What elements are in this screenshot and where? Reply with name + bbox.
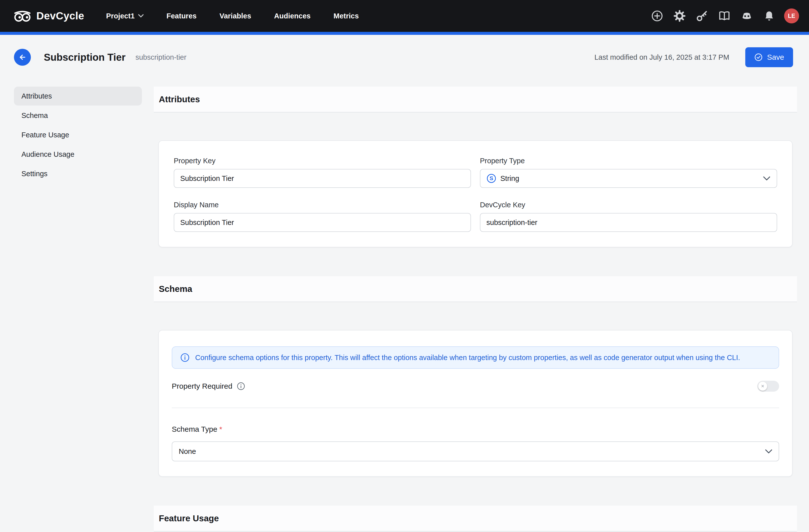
- schema-section-header: Schema: [154, 276, 797, 302]
- gear-icon[interactable]: [672, 8, 687, 23]
- key-icon[interactable]: [694, 8, 709, 23]
- property-required-label: Property Required: [172, 382, 245, 390]
- display-name-label: Display Name: [174, 201, 471, 209]
- property-type-label: Property Type: [480, 157, 777, 165]
- accent-bar: [0, 32, 809, 35]
- property-key-field-group: Property Key: [174, 157, 471, 188]
- sidebar-item-attributes[interactable]: Attributes: [14, 87, 142, 106]
- property-required-text: Property Required: [172, 382, 232, 390]
- schema-type-select[interactable]: None: [172, 441, 779, 461]
- schema-card: Configure schema options for this proper…: [158, 330, 793, 477]
- bell-icon[interactable]: [762, 8, 777, 23]
- property-required-row: Property Required ×: [172, 381, 779, 392]
- display-name-input[interactable]: [174, 213, 471, 232]
- schema-type-label: Schema Type*: [172, 425, 779, 433]
- page-key: subscription-tier: [135, 53, 186, 61]
- nav-item-features[interactable]: Features: [167, 12, 197, 20]
- info-icon: [180, 353, 190, 362]
- content: Attributes Schema Feature Usage Audience…: [0, 79, 809, 532]
- schema-type-text: Schema Type: [172, 425, 217, 433]
- nav-item-variables[interactable]: Variables: [220, 12, 251, 20]
- nav-item-project-label: Project1: [106, 12, 134, 20]
- sidebar-item-schema[interactable]: Schema: [14, 106, 142, 125]
- property-type-select[interactable]: S String: [480, 169, 777, 188]
- devcycle-key-field-group: DevCycle Key: [480, 201, 777, 232]
- book-icon[interactable]: [717, 8, 732, 23]
- property-type-field-group: Property Type S String: [480, 157, 777, 188]
- attributes-heading: Attributes: [159, 94, 200, 104]
- navbar-actions: LE: [650, 8, 799, 23]
- nav-item-audiences[interactable]: Audiences: [274, 12, 311, 20]
- schema-heading: Schema: [159, 284, 192, 294]
- brand[interactable]: DevCycle: [13, 10, 84, 22]
- attributes-section-header: Attributes: [154, 87, 797, 112]
- schema-info-text: Configure schema options for this proper…: [195, 354, 740, 362]
- main-column: Attributes Property Key Property Type S …: [154, 87, 797, 532]
- chevron-down-icon: [138, 14, 144, 18]
- toggle-off-x: ×: [761, 384, 764, 389]
- brand-name: DevCycle: [36, 10, 84, 22]
- user-avatar[interactable]: LE: [784, 8, 799, 23]
- attributes-form: Property Key Property Type S String Disp…: [174, 157, 777, 232]
- property-type-value: String: [500, 174, 519, 183]
- property-required-toggle[interactable]: ×: [757, 381, 779, 392]
- back-button[interactable]: [14, 49, 31, 66]
- top-navbar: DevCycle Project1 Features Variables Aud…: [0, 0, 809, 32]
- schema-type-value: None: [179, 447, 196, 456]
- chevron-down-icon: [765, 449, 772, 454]
- primary-nav: Project1 Features Variables Audiences Me…: [106, 12, 359, 20]
- last-modified-text: Last modified on July 16, 2025 at 3:17 P…: [595, 53, 729, 61]
- chevron-down-icon: [763, 176, 770, 180]
- page-title: Subscription Tier: [44, 52, 125, 63]
- sidebar-item-settings[interactable]: Settings: [14, 164, 142, 183]
- sidebar-item-audience-usage[interactable]: Audience Usage: [14, 145, 142, 164]
- arrow-left-icon: [18, 53, 27, 62]
- schema-info-alert: Configure schema options for this proper…: [172, 347, 779, 369]
- string-type-icon: S: [487, 174, 496, 183]
- display-name-field-group: Display Name: [174, 201, 471, 232]
- feature-usage-heading: Feature Usage: [159, 513, 219, 523]
- page-header: Subscription Tier subscription-tier Last…: [0, 35, 809, 79]
- devcycle-key-label: DevCycle Key: [480, 201, 777, 209]
- attributes-card: Property Key Property Type S String Disp…: [158, 140, 793, 247]
- discord-icon[interactable]: [739, 8, 754, 23]
- plus-circle-icon[interactable]: [650, 8, 665, 23]
- info-icon: [237, 382, 245, 390]
- required-asterisk: *: [219, 425, 222, 433]
- feature-usage-section-header: Feature Usage: [154, 506, 797, 532]
- property-key-input[interactable]: [174, 169, 471, 188]
- devcycle-logo-icon: [13, 10, 32, 22]
- property-key-label: Property Key: [174, 157, 471, 165]
- check-circle-icon: [754, 53, 763, 61]
- save-button-label: Save: [767, 53, 784, 61]
- toggle-knob: ×: [758, 382, 767, 391]
- nav-item-project[interactable]: Project1: [106, 12, 143, 20]
- sidebar: Attributes Schema Feature Usage Audience…: [14, 87, 142, 184]
- nav-item-metrics[interactable]: Metrics: [333, 12, 359, 20]
- save-button[interactable]: Save: [745, 47, 793, 67]
- devcycle-key-input[interactable]: [480, 213, 777, 232]
- divider: [172, 408, 779, 408]
- header-right: Last modified on July 16, 2025 at 3:17 P…: [595, 47, 793, 67]
- sidebar-item-feature-usage[interactable]: Feature Usage: [14, 125, 142, 144]
